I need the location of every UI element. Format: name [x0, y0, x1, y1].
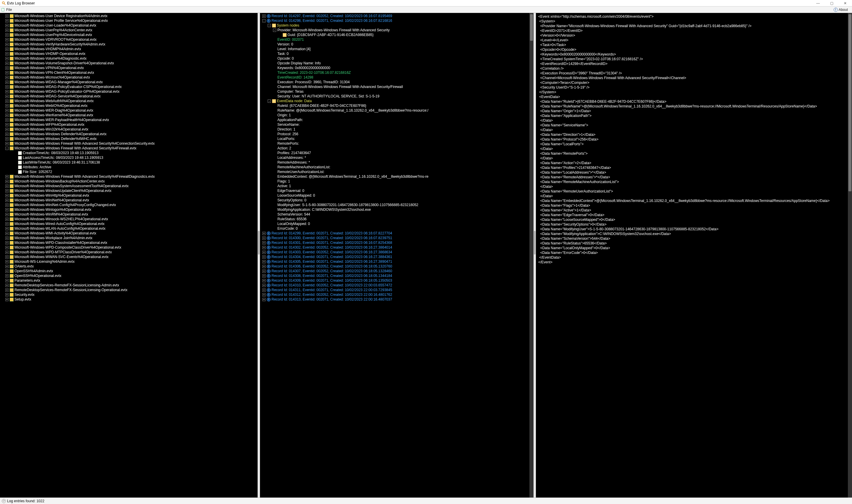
tree-row[interactable]: +Microsoft-Windows-WER-Diag%4Operational…: [1, 108, 256, 113]
menu-about[interactable]: i About: [834, 8, 848, 12]
tree-row[interactable]: +Microsoft-Windows-Workplace Join%4Admin…: [1, 236, 256, 240]
tree-row[interactable]: +Microsoft-Windows-WinINet%4Operational.…: [1, 198, 256, 202]
expand-toggle[interactable]: +: [5, 274, 8, 277]
tree-row[interactable]: +Microsoft-Windows-WebIO%4Operational.ev…: [1, 103, 256, 108]
tree-row[interactable]: RemoteUserAuthorizationList:: [261, 169, 532, 174]
tree-row[interactable]: +Setup.evtx: [1, 297, 256, 302]
tree-row[interactable]: Task: 0: [261, 51, 532, 56]
expand-toggle[interactable]: +: [262, 293, 266, 296]
expand-toggle[interactable]: +: [5, 104, 8, 107]
tree-row[interactable]: +Microsoft-Windows-WinRM%4Operational.ev…: [1, 212, 256, 217]
tree-row[interactable]: +Microsoft-Windows-WebAuthN%4Operational…: [1, 98, 256, 103]
expand-toggle[interactable]: +: [5, 199, 8, 202]
expand-toggle[interactable]: +: [262, 232, 266, 235]
expand-toggle[interactable]: +: [5, 208, 8, 211]
tree-row[interactable]: Security: User: NT AUTHORITY\LOCAL SERVI…: [261, 94, 532, 98]
collapse-toggle[interactable]: -: [268, 24, 271, 27]
expand-toggle[interactable]: +: [262, 284, 266, 287]
tree-row[interactable]: Protocol: 256: [261, 132, 532, 137]
tree-row[interactable]: +Microsoft-Windows-VPN-Client%4Operation…: [1, 70, 256, 75]
tree-row[interactable]: Flags: 1: [261, 179, 532, 184]
tree-row[interactable]: +Microsoft-Windows-VPN%4Operational.evtx: [1, 66, 256, 70]
tree-row[interactable]: Execution: ProcessID: 3960, ThreadID: 31…: [261, 80, 532, 85]
tree-row[interactable]: +Microsoft-Windows-UserPnp%4ActionCenter…: [1, 28, 256, 33]
tree-row[interactable]: +Microsoft-Windows-Winsock-WS2HELP%4Oper…: [1, 217, 256, 221]
tree-row[interactable]: +Security.evtx: [1, 292, 256, 297]
expand-toggle[interactable]: +: [5, 76, 8, 79]
minimize-button[interactable]: —: [811, 1, 825, 5]
expand-toggle[interactable]: +: [5, 227, 8, 230]
tree-row[interactable]: +iRecord Id: 014311, Eventid: 002071, Cr…: [261, 288, 532, 292]
collapse-toggle[interactable]: -: [5, 147, 8, 150]
collapse-toggle[interactable]: -: [268, 100, 271, 103]
tree-row[interactable]: +iRecord Id: 014304, Eventid: 002071, Cr…: [261, 254, 532, 259]
tree-row[interactable]: +iRecord Id: 014299, Eventid: 002071, Cr…: [261, 231, 532, 236]
tree-row[interactable]: +iRecord Id: 014297, Eventid: 002052, Cr…: [261, 14, 532, 18]
tree-row[interactable]: +iRecord Id: 014310, Eventid: 002052, Cr…: [261, 283, 532, 288]
expand-toggle[interactable]: +: [5, 246, 8, 249]
expand-toggle[interactable]: +: [5, 265, 8, 268]
expand-toggle[interactable]: +: [262, 270, 266, 273]
tree-row[interactable]: Channel: Microsoft-Windows-Windows Firew…: [261, 85, 532, 89]
expand-toggle[interactable]: +: [5, 298, 8, 301]
tree-row[interactable]: +Microsoft-Windows-WindowsUpdateClient%4…: [1, 188, 256, 193]
tree-row[interactable]: +Microsoft-Windows-VDRVROOT%4Operational…: [1, 37, 256, 42]
expand-toggle[interactable]: +: [5, 270, 8, 273]
expand-toggle[interactable]: +: [5, 43, 8, 46]
tree-row[interactable]: +Microsoft-Windows-WindowsBackup%4Action…: [1, 179, 256, 184]
tree-row[interactable]: TimeCreated: 2023-02-10T06:16:07.8216816…: [261, 70, 532, 75]
expand-toggle[interactable]: +: [5, 175, 8, 178]
tree-row[interactable]: +Microsoft-Windows-Windows Defender%4Ope…: [1, 132, 256, 137]
expand-toggle[interactable]: +: [262, 251, 266, 254]
tree-row[interactable]: +Microsoft-Windows-WPD-MTPClassDriver%4O…: [1, 250, 256, 254]
expand-toggle[interactable]: +: [262, 274, 266, 277]
tree-row[interactable]: +Microsoft-Windows-WPD-ClassInstaller%4O…: [1, 240, 256, 245]
expand-toggle[interactable]: +: [5, 128, 8, 131]
expand-toggle[interactable]: +: [5, 251, 8, 254]
expand-toggle[interactable]: +: [262, 265, 266, 268]
xml-scrollbar[interactable]: [848, 13, 852, 498]
tree-row[interactable]: EdgeTraversal: 0: [261, 188, 532, 193]
expand-toggle[interactable]: +: [5, 24, 8, 27]
tree-row[interactable]: +Microsoft-Windows-WDAG-PolicyEvaluator-…: [1, 85, 256, 89]
tree-row[interactable]: Opcode: 0: [261, 56, 532, 61]
tree-row[interactable]: Opcode Display Name: Info: [261, 61, 532, 66]
menu-file[interactable]: File: [1, 8, 12, 12]
expand-toggle[interactable]: +: [5, 90, 8, 93]
tree-row[interactable]: LastAccessTimeUtc: 08/03/2023 19:48:13.1…: [1, 155, 256, 160]
tree-row[interactable]: +Microsoft-Windows-VolumeSnapshot-Driver…: [1, 61, 256, 66]
tree-row[interactable]: -Provider: Microsoft-Windows-Windows Fir…: [261, 28, 532, 33]
tree-row[interactable]: +Microsoft-Windows-User-Loader%4Operatio…: [1, 23, 256, 28]
tree-row[interactable]: -System nodes: [261, 23, 532, 28]
tree-row[interactable]: Version: 0: [261, 42, 532, 47]
tree-row[interactable]: +Microsoft-Windows-WER-PayloadHealth%4Op…: [1, 118, 256, 122]
tree-row[interactable]: +iRecord Id: 014312, Eventid: 002052, Cr…: [261, 292, 532, 297]
tree-row[interactable]: +Microsoft-Windows-User Device Registrat…: [1, 14, 256, 18]
tree-row[interactable]: ApplicationPath:: [261, 118, 532, 122]
tree-row[interactable]: +iRecord Id: 014308, Eventid: 002071, Cr…: [261, 273, 532, 278]
expand-toggle[interactable]: +: [5, 194, 8, 197]
expand-toggle[interactable]: +: [5, 189, 8, 193]
expand-toggle[interactable]: +: [5, 15, 8, 18]
tree-row[interactable]: +Microsoft-Windows-Windows Firewall With…: [1, 174, 256, 179]
tree-row[interactable]: +iRecord Id: 014301, Eventid: 002071, Cr…: [261, 240, 532, 245]
tree-row[interactable]: Active: 1: [261, 184, 532, 188]
tree-row[interactable]: Profiles: 2147483647: [261, 150, 532, 155]
expand-toggle[interactable]: +: [262, 236, 266, 240]
expand-toggle[interactable]: +: [5, 29, 8, 32]
tree-row[interactable]: LocalPorts:: [261, 137, 532, 141]
expand-toggle[interactable]: +: [5, 241, 8, 245]
expand-toggle[interactable]: +: [5, 80, 8, 84]
expand-toggle[interactable]: +: [262, 241, 266, 245]
records-tree-panel[interactable]: +iRecord Id: 014297, Eventid: 002052, Cr…: [260, 13, 534, 498]
tree-row[interactable]: SchemaVersion: 544: [261, 212, 532, 217]
expand-toggle[interactable]: +: [262, 246, 266, 249]
tree-row[interactable]: +Microsoft-Windows-WFP%4Operational.evtx: [1, 122, 256, 127]
tree-row[interactable]: CreationTimeUtc: 08/03/2023 19:48:13.190…: [1, 150, 256, 155]
tree-row[interactable]: LocalAddresses: *: [261, 155, 532, 160]
tree-row[interactable]: Origin: 1: [261, 113, 532, 118]
tree-row[interactable]: +Microsoft-Windows-User Profile Service%…: [1, 18, 256, 23]
tree-row[interactable]: +Microsoft-Windows-WWAN-SVC-Events%4Oper…: [1, 254, 256, 259]
tree-row[interactable]: LocalOnlyMapped: 0: [261, 221, 532, 226]
expand-toggle[interactable]: +: [5, 180, 8, 183]
